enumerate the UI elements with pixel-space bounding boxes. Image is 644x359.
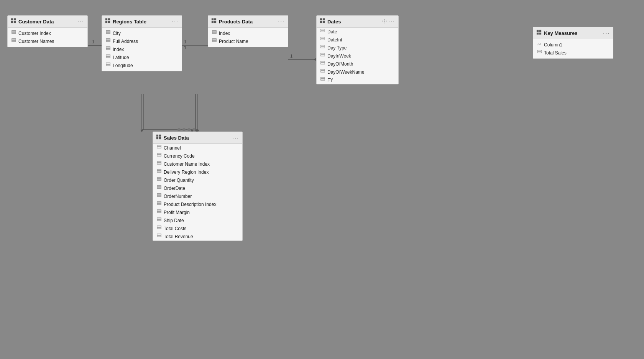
move-icon[interactable] [381, 18, 388, 26]
field-icon [106, 38, 110, 44]
field-ordernumber[interactable]: OrderNumber [153, 192, 242, 200]
key-measures-title: Key Measures [544, 30, 577, 36]
dates-menu[interactable]: ··· [388, 18, 395, 25]
field-icon [212, 30, 217, 36]
svg-marker-10 [140, 130, 143, 132]
field-day-type[interactable]: Day Type [317, 44, 398, 52]
svg-rect-100 [157, 218, 161, 219]
products-data-title: Products Data [219, 19, 253, 25]
svg-rect-28 [12, 32, 16, 33]
svg-rect-102 [157, 226, 161, 227]
field-customer-index[interactable]: Customer Index [8, 29, 87, 37]
key-measures-menu[interactable]: ··· [603, 30, 610, 36]
svg-rect-47 [212, 21, 214, 23]
field-icon [157, 193, 161, 199]
svg-point-18 [182, 128, 186, 131]
field-dateint[interactable]: DateInt [317, 36, 398, 44]
svg-rect-55 [320, 21, 322, 23]
svg-rect-93 [157, 187, 161, 188]
field-icon [320, 53, 325, 59]
svg-rect-69 [321, 71, 325, 72]
field-total-costs[interactable]: Total Costs [153, 224, 242, 232]
field-order-quantity[interactable]: Order Quantity [153, 176, 242, 184]
svg-rect-33 [105, 21, 107, 23]
svg-rect-74 [537, 33, 539, 35]
svg-rect-72 [537, 30, 539, 32]
field-product-name[interactable]: Product Name [208, 37, 288, 45]
svg-rect-36 [106, 32, 110, 33]
svg-rect-75 [539, 33, 541, 35]
customer-data-menu[interactable]: ··· [77, 18, 84, 25]
customer-data-table[interactable]: Customer Data ··· Customer Index [7, 15, 88, 47]
svg-rect-104 [157, 234, 161, 235]
svg-rect-34 [108, 21, 110, 23]
svg-rect-53 [320, 18, 322, 20]
regions-table-card[interactable]: Regions Table ··· City Full Address [102, 15, 182, 71]
regions-table-header[interactable]: Regions Table ··· [102, 16, 182, 28]
svg-rect-103 [157, 227, 161, 229]
field-column1[interactable]: Column1 [533, 41, 613, 49]
key-measures-header[interactable]: Key Measures ··· [533, 27, 613, 39]
regions-table-menu[interactable]: ··· [172, 18, 179, 25]
field-ship-date[interactable]: Ship Date [153, 216, 242, 224]
svg-rect-94 [157, 194, 161, 195]
field-fy[interactable]: FY [317, 76, 398, 84]
field-product-description-index[interactable]: Product Description Index [153, 200, 242, 208]
field-icon [320, 37, 325, 43]
sales-data-table[interactable]: Sales Data ··· Channel Currency Code Cus… [153, 132, 243, 241]
svg-rect-105 [157, 235, 161, 237]
table-icon [320, 18, 325, 25]
svg-rect-23 [11, 18, 13, 20]
field-customer-names[interactable]: Customer Names [8, 37, 87, 45]
field-dayofweekname[interactable]: DayOfWeekName [317, 68, 398, 76]
field-icon [12, 30, 16, 36]
field-icon [157, 169, 161, 175]
products-data-menu[interactable]: ··· [278, 18, 285, 25]
svg-rect-54 [323, 18, 325, 20]
field-dayofmonth[interactable]: DayOfMonth [317, 60, 398, 68]
svg-point-17 [177, 128, 181, 131]
svg-point-57 [384, 21, 385, 22]
svg-rect-82 [157, 145, 161, 147]
field-full-address[interactable]: Full Address [102, 37, 182, 45]
svg-rect-40 [106, 48, 110, 49]
field-icon [12, 38, 16, 44]
field-city[interactable]: City [102, 29, 182, 37]
products-data-header[interactable]: Products Data ··· [208, 16, 288, 28]
field-customer-name-index[interactable]: Customer Name Index [153, 160, 242, 168]
key-measures-table[interactable]: Key Measures ··· Column1 Total Sales [533, 27, 613, 59]
field-total-revenue[interactable]: Total Revenue [153, 232, 242, 240]
svg-rect-85 [157, 155, 161, 156]
svg-rect-51 [212, 39, 217, 40]
svg-rect-78 [156, 135, 158, 137]
sales-data-header[interactable]: Sales Data ··· [153, 132, 242, 144]
sales-data-body: Channel Currency Code Customer Name Inde… [153, 144, 242, 240]
field-channel[interactable]: Channel [153, 144, 242, 152]
svg-rect-29 [12, 39, 16, 40]
dates-table[interactable]: Dates ··· Date DateInt Day Type [316, 15, 399, 84]
sales-data-menu[interactable]: ··· [232, 135, 239, 141]
field-currency-code[interactable]: Currency Code [153, 152, 242, 160]
field-date[interactable]: Date [317, 28, 398, 36]
field-icon [157, 145, 161, 151]
field-profit-margin[interactable]: Profit Margin [153, 208, 242, 216]
svg-rect-99 [157, 211, 161, 212]
field-latitude[interactable]: Latitude [102, 53, 182, 61]
field-index[interactable]: Index [102, 45, 182, 53]
key-measures-body: Column1 Total Sales [533, 39, 613, 58]
regions-table-title: Regions Table [113, 19, 146, 25]
svg-rect-41 [106, 55, 110, 56]
field-orderdate[interactable]: OrderDate [153, 184, 242, 192]
field-delivery-region-index[interactable]: Delivery Region Index [153, 168, 242, 176]
svg-rect-80 [156, 137, 158, 139]
svg-rect-50 [212, 32, 217, 33]
svg-rect-67 [321, 63, 325, 64]
field-longitude[interactable]: Longitude [102, 61, 182, 69]
products-data-table[interactable]: Products Data ··· Index Product Name [208, 15, 288, 47]
table-icon [156, 134, 161, 141]
field-total-sales[interactable]: Total Sales [533, 49, 613, 57]
field-dayinweek[interactable]: DayInWeek [317, 52, 398, 60]
svg-rect-77 [537, 52, 542, 53]
field-products-index[interactable]: Index [208, 29, 288, 37]
customer-data-header[interactable]: Customer Data ··· [8, 16, 87, 28]
